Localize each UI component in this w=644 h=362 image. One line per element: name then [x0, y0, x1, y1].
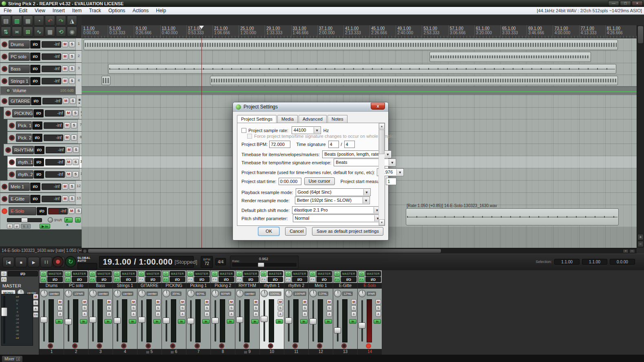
- solo-button[interactable]: S: [71, 135, 77, 141]
- strip-track-name[interactable]: Bass: [89, 283, 113, 289]
- project-start-measure-input[interactable]: [386, 178, 396, 185]
- strip-pan-knob[interactable]: [285, 290, 292, 297]
- track-volume-value[interactable]: -inf: [45, 110, 64, 117]
- strip-solo-button[interactable]: S: [229, 305, 234, 311]
- rate-slider[interactable]: [232, 263, 297, 267]
- track-volume-value[interactable]: -inf: [46, 147, 65, 153]
- menu-item[interactable]: Actions: [129, 7, 152, 14]
- strip-power-icon[interactable]: ⏻: [236, 271, 242, 276]
- track-row[interactable]: GITARRE I/O -inf M S: [0, 95, 82, 107]
- horizontal-scrollbar-thumb[interactable]: [88, 249, 441, 253]
- sample-rate-checkbox[interactable]: [241, 128, 246, 133]
- strip-power-icon[interactable]: ⏻: [187, 271, 193, 276]
- strip-io-button[interactable]: I/O: [268, 277, 283, 282]
- strip-power-icon[interactable]: ⏻: [114, 271, 120, 276]
- track-row[interactable]: RHYTHM I/O -inf M S: [0, 144, 82, 156]
- strip-fader[interactable]: [359, 299, 365, 342]
- strip-pan-knob[interactable]: [212, 290, 219, 297]
- strip-track-name[interactable]: Picking 1: [186, 283, 210, 289]
- zoom-in-button[interactable]: +: [637, 234, 644, 240]
- scroll-up-icon[interactable]: ▲: [379, 123, 385, 129]
- strip-mute-button[interactable]: M: [58, 299, 63, 305]
- record-arm-button[interactable]: [2, 54, 7, 60]
- strip-fader[interactable]: [236, 299, 243, 342]
- strip-record-arm-button[interactable]: [292, 343, 298, 349]
- new-project-icon[interactable]: ▤: [1, 15, 11, 26]
- strip-fx-button[interactable]: FX: [261, 277, 267, 282]
- strip-io-button[interactable]: I/O: [365, 277, 381, 282]
- strip-env-button[interactable]: ∧: [351, 311, 356, 317]
- fx-bypass-button[interactable]: ⏽: [75, 217, 81, 223]
- strip-power-icon[interactable]: ⏻: [334, 271, 340, 276]
- strip-track-name[interactable]: RHYTHM: [235, 283, 259, 289]
- track-io-button[interactable]: I/O: [30, 77, 40, 85]
- mixer-strip[interactable]: ⏻ FX MASTER I/O Strings 1 center: [113, 270, 137, 355]
- strip-mute-button[interactable]: M: [82, 299, 87, 305]
- strip-monitor-button[interactable]: in: [55, 319, 63, 324]
- strip-env-button[interactable]: ∧: [106, 311, 112, 317]
- strip-mute-button[interactable]: M: [229, 299, 234, 305]
- envelope-lane-header[interactable]: Volume 100.6dB: [0, 86, 75, 94]
- track-volume-value[interactable]: -inf: [48, 208, 68, 214]
- horizontal-scrollbar[interactable]: + −: [82, 248, 637, 254]
- scroll-down-icon[interactable]: ▼: [379, 219, 385, 225]
- strip-master-send-badge[interactable]: MASTER: [170, 271, 185, 276]
- strip-io-button[interactable]: I/O: [72, 277, 87, 282]
- strip-track-name[interactable]: rhythm 2: [284, 283, 308, 289]
- track-number-gutter[interactable]: 13 ◉▸: [75, 193, 82, 205]
- mute-button[interactable]: M: [66, 159, 72, 165]
- pitch-shift-mode-combo[interactable]: élastique 2.1 Pro: [292, 206, 381, 214]
- strip-fader[interactable]: [65, 299, 72, 342]
- mute-button[interactable]: M: [62, 66, 68, 72]
- strip-record-arm-button[interactable]: [121, 343, 126, 349]
- save-default-button[interactable]: Save as default project settings: [312, 227, 383, 236]
- cancel-button[interactable]: Cancel: [285, 227, 306, 236]
- strip-record-arm-button[interactable]: [195, 343, 200, 349]
- menu-item[interactable]: Insert: [49, 7, 69, 14]
- strip-track-name[interactable]: Melo 1: [309, 283, 333, 289]
- media-item-drums[interactable]: [84, 40, 618, 50]
- media-item-pcsolo[interactable]: [429, 52, 591, 62]
- minimize-button[interactable]: —: [608, 1, 619, 6]
- strip-fader-cap[interactable]: [310, 318, 316, 324]
- ripple-edit-icon[interactable]: ⟲: [56, 26, 66, 37]
- strip-solo-button[interactable]: S: [155, 305, 161, 311]
- strip-record-arm-button[interactable]: [317, 343, 322, 349]
- track-number-gutter[interactable]: 7 ◉▸: [77, 119, 82, 131]
- record-arm-button[interactable]: [2, 78, 7, 84]
- master-mute-button[interactable]: M: [33, 294, 38, 299]
- dialog-scrollbar[interactable]: ▲ ▼: [378, 123, 385, 225]
- strip-env-button[interactable]: ∧: [302, 311, 308, 317]
- record-arm-button[interactable]: [2, 98, 7, 104]
- track-name[interactable]: rhyth..2: [16, 170, 33, 179]
- strip-power-icon[interactable]: ⏻: [40, 271, 46, 276]
- strip-pan-knob[interactable]: [89, 290, 97, 297]
- strip-env-button[interactable]: ∧: [82, 311, 87, 317]
- record-arm-button[interactable]: [9, 135, 15, 141]
- use-cursor-button[interactable]: Use cursor: [304, 177, 335, 185]
- track-io-button[interactable]: I/O: [32, 121, 42, 130]
- strip-fx-button[interactable]: FX: [89, 277, 95, 282]
- scroll-home-button[interactable]: [83, 249, 87, 253]
- strip-pan-knob[interactable]: [138, 290, 146, 297]
- project-settings-icon[interactable]: ◔: [34, 15, 44, 26]
- mute-button[interactable]: M: [65, 110, 71, 116]
- track-number-gutter[interactable]: ◉▸: [76, 95, 82, 107]
- track-volume-slider[interactable]: [7, 218, 42, 222]
- timebase-tempo-combo[interactable]: Beats: [334, 159, 396, 166]
- global-auto-box[interactable]: [77, 263, 97, 269]
- track-io-button[interactable]: I/O: [34, 158, 44, 166]
- strip-env-button[interactable]: ∧: [155, 311, 161, 317]
- snap-grid-icon[interactable]: ▦: [45, 26, 55, 37]
- strip-master-send-badge[interactable]: MASTER: [145, 271, 161, 276]
- strip-monitor-button[interactable]: in: [300, 319, 308, 324]
- strip-record-arm-button[interactable]: [243, 343, 249, 349]
- open-project-icon[interactable]: ▥: [12, 15, 22, 26]
- track-name[interactable]: Strings 1: [9, 77, 30, 85]
- strip-mute-button[interactable]: M: [131, 299, 136, 305]
- strip-fx-button[interactable]: FX: [310, 277, 316, 282]
- strip-master-send-badge[interactable]: MASTER: [268, 271, 283, 276]
- fx-button[interactable]: F X: [64, 217, 73, 223]
- strip-mute-button[interactable]: M: [376, 299, 381, 305]
- strip-io-button[interactable]: I/O: [292, 277, 308, 282]
